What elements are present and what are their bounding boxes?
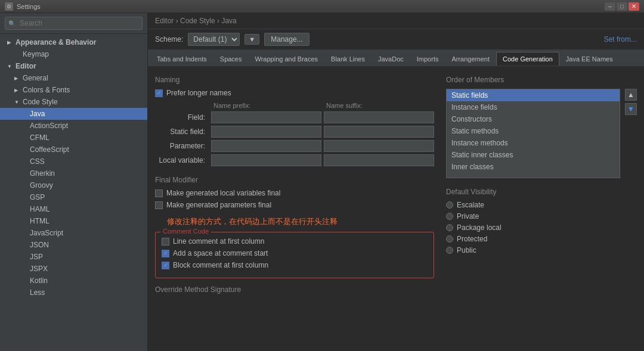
order-item-3[interactable]: Static methods	[447, 125, 620, 137]
visibility-label-1: Private	[457, 212, 479, 220]
block-comment-checkbox[interactable]	[162, 262, 169, 269]
sidebar-item-label-groovy: Groovy	[30, 181, 53, 190]
main-layout: ▶Appearance & BehaviorKeymap▼Editor▶Gene…	[0, 13, 644, 351]
naming-suffix-3[interactable]	[324, 154, 434, 166]
move-down-button[interactable]: ▼	[625, 103, 637, 115]
sidebar-item-editor[interactable]: ▼Editor	[0, 60, 147, 72]
search-input[interactable]	[5, 17, 143, 30]
scheme-label: Scheme:	[155, 35, 183, 44]
tab-code-generation[interactable]: Code Generation	[496, 52, 559, 66]
tab-wrapping[interactable]: Wrapping and Braces	[249, 52, 325, 66]
visibility-radio-4[interactable]	[446, 247, 453, 254]
breadcrumb: Editor › Code Style › Java	[148, 13, 644, 29]
comment-code-item-1: Add a space at comment start	[162, 249, 428, 257]
order-item-4[interactable]: Instance methods	[447, 137, 620, 149]
order-of-members-title: Order of Members	[446, 76, 637, 84]
sidebar-item-html[interactable]: HTML	[0, 215, 147, 227]
tab-arrangement[interactable]: Arrangement	[445, 52, 496, 66]
final-modifier-checkbox-0[interactable]	[155, 190, 163, 197]
naming-prefix-0[interactable]	[211, 111, 321, 123]
visibility-radio-3[interactable]	[446, 235, 453, 243]
visibility-radio-1[interactable]	[446, 213, 453, 220]
sidebar-item-label-appearance: Appearance & Behavior	[16, 38, 96, 46]
tab-blank-lines[interactable]: Blank Lines	[324, 52, 371, 66]
comment-code-label-0: Line comment at first column	[173, 237, 264, 246]
title-bar: ⚙ Settings – □ ✕	[0, 0, 644, 13]
order-item-1[interactable]: Instance fields	[447, 101, 620, 113]
naming-prefix-3[interactable]	[211, 154, 321, 166]
manage-button[interactable]: Manage...	[264, 33, 309, 46]
default-visibility-title: Default Visibility	[446, 188, 637, 196]
order-item-5[interactable]: Static inner classes	[447, 149, 620, 161]
naming-suffix-0[interactable]	[324, 111, 434, 123]
set-from-link[interactable]: Set from...	[604, 35, 637, 44]
tab-javadoc[interactable]: JavaDoc	[371, 52, 410, 66]
sidebar-item-java[interactable]: Java	[0, 108, 147, 120]
sidebar-item-kotlin[interactable]: Kotlin	[0, 275, 147, 287]
maximize-button[interactable]: □	[617, 2, 627, 11]
tab-tabs-indents[interactable]: Tabs and Indents	[150, 52, 213, 66]
naming-suffix-1[interactable]	[324, 126, 434, 138]
close-button[interactable]: ✕	[628, 2, 639, 11]
final-modifier-label-1: Make generated parameters final	[166, 201, 271, 209]
sidebar-item-appearance[interactable]: ▶Appearance & Behavior	[0, 36, 147, 48]
sidebar-item-label-actionscript: ActionScript	[30, 122, 68, 130]
sidebar-item-label-code-style: Code Style	[23, 98, 58, 106]
naming-section: Naming Prefer longer names Name prefix: …	[155, 76, 434, 166]
minimize-button[interactable]: –	[605, 2, 615, 11]
comment-code-title: Comment Code	[160, 228, 211, 235]
tab-spaces[interactable]: Spaces	[213, 52, 249, 66]
name-prefix-header: Name prefix:	[211, 102, 321, 109]
sidebar-item-gsp[interactable]: GSP	[0, 191, 147, 203]
sidebar-item-less[interactable]: Less	[0, 287, 147, 299]
naming-suffix-2[interactable]	[324, 140, 434, 152]
order-item-0[interactable]: Static fields	[447, 89, 620, 101]
annotation-text: 修改注释的方式，在代码边上而不是在行开头注释	[167, 216, 434, 227]
sidebar-item-label-editor: Editor	[16, 62, 36, 70]
sidebar-tree: ▶Appearance & BehaviorKeymap▼Editor▶Gene…	[0, 34, 147, 351]
sidebar-item-cfml[interactable]: CFML	[0, 132, 147, 144]
scheme-select[interactable]: Default (1)	[188, 33, 240, 46]
naming-prefix-1[interactable]	[211, 126, 321, 138]
sidebar-item-jspx[interactable]: JSPX	[0, 263, 147, 275]
sidebar-item-code-style[interactable]: ▼Code Style	[0, 96, 147, 108]
sidebar-item-javascript[interactable]: JavaScript	[0, 227, 147, 239]
tab-imports[interactable]: Imports	[410, 52, 445, 66]
sidebar: ▶Appearance & BehaviorKeymap▼Editor▶Gene…	[0, 13, 148, 351]
comment-code-checkbox-1[interactable]	[162, 250, 169, 257]
sidebar-item-groovy[interactable]: Groovy	[0, 179, 147, 191]
comment-code-checkbox-0[interactable]	[162, 238, 169, 246]
naming-prefix-2[interactable]	[211, 140, 321, 152]
final-modifier-checkbox-1[interactable]	[155, 201, 163, 209]
prefer-longer-names-checkbox[interactable]	[155, 89, 163, 97]
sidebar-item-gherkin[interactable]: Gherkin	[0, 167, 147, 179]
sidebar-item-haml[interactable]: HAML	[0, 203, 147, 215]
order-item-6[interactable]: Inner classes	[447, 161, 620, 173]
sidebar-item-label-keymap: Keymap	[23, 50, 49, 58]
sidebar-item-css[interactable]: CSS	[0, 156, 147, 167]
naming-field-label-3: Local variable:	[155, 156, 209, 164]
sidebar-item-general[interactable]: ▶General	[0, 72, 147, 84]
order-controls: ▲ ▼	[625, 89, 637, 178]
visibility-label-3: Protected	[457, 235, 487, 243]
scheme-dropdown-button[interactable]: ▼	[244, 34, 259, 45]
sidebar-item-json[interactable]: JSON	[0, 239, 147, 251]
final-modifier-title: Final Modifier	[155, 176, 434, 184]
visibility-radio-0[interactable]	[446, 201, 453, 209]
sidebar-item-actionscript[interactable]: ActionScript	[0, 120, 147, 132]
visibility-radio-2[interactable]	[446, 224, 453, 231]
toolbar: Scheme: Default (1) ▼ Manage... Set from…	[148, 29, 644, 50]
sidebar-item-colors-fonts[interactable]: ▶Colors & Fonts	[0, 84, 147, 96]
sidebar-item-label-coffeescript: CoffeeScript	[30, 145, 69, 154]
sidebar-item-label-html: HTML	[30, 217, 49, 225]
sidebar-item-label-jspx: JSPX	[30, 265, 48, 273]
sidebar-item-label-javascript: JavaScript	[30, 229, 63, 237]
move-up-button[interactable]: ▲	[625, 89, 637, 101]
sidebar-item-jsp[interactable]: JSP	[0, 251, 147, 263]
tab-java-ee-names[interactable]: Java EE Names	[559, 52, 620, 66]
sidebar-item-coffeescript[interactable]: CoffeeScript	[0, 144, 147, 156]
tabs-bar: Tabs and IndentsSpacesWrapping and Brace…	[148, 50, 644, 66]
order-item-2[interactable]: Constructors	[447, 113, 620, 125]
naming-field-label-0: Field:	[155, 113, 209, 122]
sidebar-item-keymap[interactable]: Keymap	[0, 48, 147, 60]
